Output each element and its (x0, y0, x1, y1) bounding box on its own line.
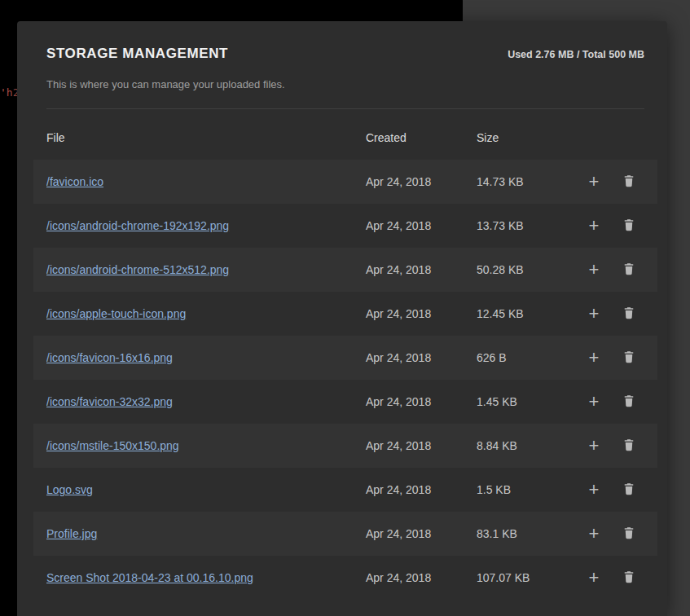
file-link[interactable]: /icons/mstile-150x150.png (46, 439, 189, 452)
table-row: /favicon.ico Apr 24, 2018 14.73 KB + (33, 160, 657, 204)
table-row: Screen Shot 2018-04-23 at 00.16.10.png A… (33, 556, 657, 600)
size-cell: 50.28 KB (477, 263, 574, 276)
delete-button[interactable] (616, 257, 642, 283)
delete-button[interactable] (616, 565, 642, 591)
storage-usage-text: Used 2.76 MB / Total 500 MB (508, 49, 644, 60)
add-button[interactable]: + (581, 565, 607, 591)
delete-button[interactable] (616, 477, 642, 503)
file-table-body: /favicon.ico Apr 24, 2018 14.73 KB + /ic… (46, 160, 644, 600)
size-cell: 626 B (477, 351, 574, 364)
size-cell: 1.5 KB (477, 483, 574, 496)
column-header-created: Created (366, 131, 477, 144)
size-cell: 14.73 KB (477, 175, 574, 188)
created-cell: Apr 24, 2018 (366, 307, 477, 320)
size-cell: 83.1 KB (477, 527, 574, 540)
created-cell: Apr 24, 2018 (366, 483, 477, 496)
add-icon: + (589, 393, 600, 411)
trash-icon (622, 570, 636, 587)
add-icon: + (589, 437, 600, 455)
file-link[interactable]: /icons/favicon-32x32.png (46, 395, 182, 408)
storage-management-panel: STORAGE MANAGEMENT Used 2.76 MB / Total … (17, 21, 667, 616)
add-icon: + (589, 481, 600, 499)
created-cell: Apr 24, 2018 (366, 395, 477, 408)
trash-icon (622, 174, 636, 191)
delete-button[interactable] (616, 521, 642, 547)
trash-icon (622, 394, 636, 411)
panel-subtitle: This is where you can manage your upload… (46, 78, 644, 90)
file-link[interactable]: /icons/android-chrome-192x192.png (46, 219, 239, 232)
delete-button[interactable] (616, 213, 642, 239)
table-row: Logo.svg Apr 24, 2018 1.5 KB + (33, 468, 657, 512)
created-cell: Apr 24, 2018 (366, 219, 477, 232)
column-header-size: Size (477, 131, 574, 144)
add-button[interactable]: + (581, 433, 607, 459)
created-cell: Apr 24, 2018 (366, 439, 477, 452)
created-cell: Apr 24, 2018 (366, 263, 477, 276)
page-title: STORAGE MANAGEMENT (46, 46, 228, 62)
file-table: File Created Size /favicon.ico Apr 24, 2… (46, 109, 644, 600)
size-cell: 13.73 KB (477, 219, 574, 232)
add-button[interactable]: + (581, 521, 607, 547)
size-cell: 1.45 KB (477, 395, 574, 408)
add-button[interactable]: + (581, 345, 607, 371)
add-icon: + (589, 525, 600, 543)
trash-icon (622, 438, 636, 455)
add-button[interactable]: + (581, 389, 607, 415)
delete-button[interactable] (616, 345, 642, 371)
trash-icon (622, 350, 636, 367)
add-icon: + (589, 569, 600, 587)
trash-icon (622, 306, 636, 323)
trash-icon (622, 526, 636, 543)
add-button[interactable]: + (581, 477, 607, 503)
table-row: Profile.jpg Apr 24, 2018 83.1 KB + (33, 512, 657, 556)
delete-button[interactable] (616, 169, 642, 195)
add-button[interactable]: + (581, 301, 607, 327)
add-icon: + (589, 173, 600, 191)
file-link[interactable]: /icons/favicon-16x16.png (46, 351, 182, 364)
delete-button[interactable] (616, 301, 642, 327)
trash-icon (622, 262, 636, 279)
table-header-row: File Created Size (33, 109, 657, 160)
table-row: /icons/android-chrome-512x512.png Apr 24… (33, 248, 657, 292)
created-cell: Apr 24, 2018 (366, 351, 477, 364)
file-link[interactable]: /icons/apple-touch-icon.png (46, 307, 196, 320)
created-cell: Apr 24, 2018 (366, 571, 477, 584)
file-link[interactable]: Screen Shot 2018-04-23 at 00.16.10.png (46, 571, 263, 584)
table-row: /icons/apple-touch-icon.png Apr 24, 2018… (33, 292, 657, 336)
add-icon: + (589, 305, 600, 323)
add-button[interactable]: + (581, 257, 607, 283)
table-row: /icons/favicon-32x32.png Apr 24, 2018 1.… (33, 380, 657, 424)
file-link[interactable]: Profile.jpg (46, 527, 107, 540)
add-icon: + (589, 349, 600, 367)
file-link[interactable]: /icons/android-chrome-512x512.png (46, 263, 239, 276)
column-header-file: File (46, 131, 366, 144)
add-icon: + (589, 217, 600, 235)
trash-icon (622, 218, 636, 235)
table-row: /icons/favicon-16x16.png Apr 24, 2018 62… (33, 336, 657, 380)
add-button[interactable]: + (581, 169, 607, 195)
size-cell: 12.45 KB (477, 307, 574, 320)
size-cell: 107.07 KB (477, 571, 574, 584)
add-icon: + (589, 261, 600, 279)
file-link[interactable]: Logo.svg (46, 483, 103, 496)
add-button[interactable]: + (581, 213, 607, 239)
trash-icon (622, 482, 636, 499)
file-link[interactable]: /favicon.ico (46, 175, 113, 188)
panel-header: STORAGE MANAGEMENT Used 2.76 MB / Total … (46, 46, 644, 62)
created-cell: Apr 24, 2018 (366, 175, 477, 188)
delete-button[interactable] (616, 389, 642, 415)
table-row: /icons/mstile-150x150.png Apr 24, 2018 8… (33, 424, 657, 468)
table-row: /icons/android-chrome-192x192.png Apr 24… (33, 204, 657, 248)
page-background: 'h2> STORAGE MANAGEMENT Used 2.76 MB / T… (0, 0, 690, 616)
created-cell: Apr 24, 2018 (366, 527, 477, 540)
size-cell: 8.84 KB (477, 439, 574, 452)
delete-button[interactable] (616, 433, 642, 459)
